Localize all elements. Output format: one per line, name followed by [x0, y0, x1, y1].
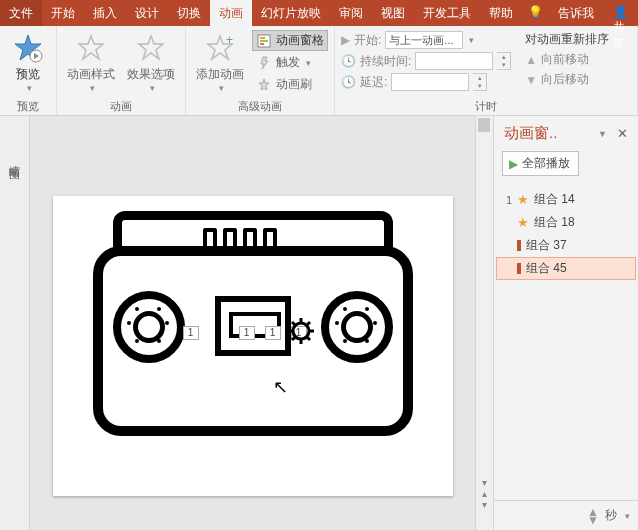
- svg-line-18: [292, 322, 295, 325]
- svg-line-19: [307, 337, 310, 340]
- tab-home[interactable]: 开始: [42, 0, 84, 26]
- group-preview: 预览 ▾ 预览: [0, 26, 57, 115]
- anim-label: 组合 14: [534, 191, 575, 208]
- share-button[interactable]: 👤共享: [603, 0, 638, 26]
- tab-animation[interactable]: 动画: [210, 0, 252, 26]
- svg-point-13: [293, 323, 309, 339]
- anim-tag-1[interactable]: 1: [183, 326, 199, 340]
- anim-list-item[interactable]: 组合 37: [496, 234, 636, 257]
- reorder-arrows[interactable]: ▲▼: [587, 508, 599, 524]
- vertical-scrollbar[interactable]: ▾▴▾: [475, 116, 493, 530]
- pane-icon: [256, 33, 272, 49]
- anim-list-item[interactable]: ★组合 18: [496, 211, 636, 234]
- delay-label: 延迟:: [360, 74, 387, 91]
- effect-icon: [135, 32, 167, 64]
- lightbulb-icon: 💡: [522, 0, 549, 26]
- group-label-preview: 预览: [6, 97, 50, 114]
- trigger-button[interactable]: 触发▾: [252, 52, 328, 73]
- speaker-left-shape: [113, 291, 185, 363]
- star-icon: ★: [517, 215, 529, 230]
- svg-line-21: [292, 337, 295, 340]
- animation-styles-button[interactable]: 动画样式▾: [63, 28, 119, 93]
- group-timing: ▶开始:与上一动画...▾ 🕓持续时间:▴▾ 🕓延迟:▴▾ 对动画重新排序 ▲向…: [335, 26, 638, 115]
- slide: 1 1 1 1 ↖: [53, 196, 453, 496]
- reorder-label: 对动画重新排序: [525, 30, 609, 49]
- svg-rect-9: [260, 40, 268, 42]
- motion-path-icon: [517, 240, 521, 251]
- speaker-right-shape: [321, 291, 393, 363]
- play-icon: ▶: [509, 157, 518, 171]
- clock-icon: 🕓: [341, 54, 356, 68]
- animation-list: 1★组合 14★组合 18组合 37组合 45: [494, 184, 638, 346]
- gear-shape: [288, 318, 314, 344]
- svg-marker-11: [261, 57, 268, 69]
- start-select[interactable]: 与上一动画...: [385, 31, 463, 49]
- star-icon: [75, 32, 107, 64]
- anim-list-item[interactable]: 组合 45: [496, 257, 636, 280]
- pane-close-button[interactable]: ✕: [613, 126, 632, 141]
- duration-spinner[interactable]: ▴▾: [497, 52, 511, 70]
- play-icon: ▶: [341, 33, 350, 47]
- anim-tag-3[interactable]: 1: [265, 326, 281, 340]
- svg-marker-12: [259, 79, 269, 90]
- tab-file[interactable]: 文件: [0, 0, 42, 26]
- anim-label: 组合 18: [534, 214, 575, 231]
- star-icon: ★: [517, 192, 529, 207]
- cursor-icon: ↖: [273, 376, 288, 398]
- group-label-anim: 动画: [63, 97, 179, 114]
- pane-title: 动画窗..: [504, 124, 557, 143]
- svg-rect-10: [260, 43, 264, 45]
- duration-label: 持续时间:: [360, 53, 411, 70]
- tab-insert[interactable]: 插入: [84, 0, 126, 26]
- anim-list-item[interactable]: 1★组合 14: [496, 188, 636, 211]
- svg-rect-8: [260, 37, 265, 39]
- ribbon: 预览 ▾ 预览 动画样式▾ 效果选项▾ 动画 + 添加动画▾: [0, 26, 638, 116]
- delay-input[interactable]: [391, 73, 469, 91]
- pane-menu-icon[interactable]: ▼: [598, 129, 607, 139]
- effect-options-button[interactable]: 效果选项▾: [123, 28, 179, 93]
- start-label: 开始:: [354, 32, 381, 49]
- tab-review[interactable]: 审阅: [330, 0, 372, 26]
- play-all-button[interactable]: ▶ 全部播放: [502, 151, 579, 176]
- pane-footer: ▲▼ 秒 ▾: [494, 500, 638, 530]
- animation-painter-button[interactable]: 动画刷: [252, 74, 328, 95]
- svg-marker-4: [139, 36, 163, 59]
- group-label-advanced: 高级动画: [192, 97, 328, 114]
- anim-tag-2[interactable]: 1: [239, 326, 255, 340]
- move-later-button[interactable]: ▼向后移动: [525, 70, 609, 89]
- duration-input[interactable]: [415, 52, 493, 70]
- anim-index: 1: [502, 194, 512, 206]
- scrollbar-down-icon[interactable]: ▾▴▾: [476, 477, 493, 510]
- add-star-icon: +: [204, 32, 236, 64]
- anim-label: 组合 37: [526, 237, 567, 254]
- group-advanced: + 添加动画▾ 动画窗格 触发▾ 动画刷 高级动画: [186, 26, 335, 115]
- preview-button[interactable]: 预览 ▾: [6, 28, 50, 93]
- painter-icon: [256, 77, 272, 93]
- delay-spinner[interactable]: ▴▾: [473, 73, 487, 91]
- move-earlier-button[interactable]: ▲向前移动: [525, 50, 609, 69]
- workspace: 缩略图 1 1 1 1 ↖ ▾▴▾ 动画窗.. ▼: [0, 116, 638, 530]
- slide-canvas[interactable]: 1 1 1 1 ↖: [30, 116, 475, 530]
- scrollbar-thumb[interactable]: [478, 118, 490, 132]
- tab-slideshow[interactable]: 幻灯片放映: [252, 0, 330, 26]
- thumbnail-strip[interactable]: 缩略图: [0, 116, 30, 530]
- motion-path-icon: [517, 263, 521, 274]
- tab-dev[interactable]: 开发工具: [414, 0, 480, 26]
- group-animation: 动画样式▾ 效果选项▾ 动画: [57, 26, 186, 115]
- add-animation-button[interactable]: + 添加动画▾: [192, 28, 248, 93]
- tell-me[interactable]: 告诉我: [549, 0, 603, 26]
- ribbon-tab-bar: 文件 开始 插入 设计 切换 动画 幻灯片放映 审阅 视图 开发工具 帮助 💡 …: [0, 0, 638, 26]
- svg-marker-3: [79, 36, 103, 59]
- tab-help[interactable]: 帮助: [480, 0, 522, 26]
- anim-label: 组合 45: [526, 260, 567, 277]
- tab-design[interactable]: 设计: [126, 0, 168, 26]
- tab-transition[interactable]: 切换: [168, 0, 210, 26]
- seconds-label: 秒: [605, 507, 617, 524]
- animation-pane-button[interactable]: 动画窗格: [252, 30, 328, 51]
- tab-view[interactable]: 视图: [372, 0, 414, 26]
- preview-star-icon: [12, 32, 44, 64]
- chevron-down-icon: ▾: [27, 83, 32, 93]
- delay-icon: 🕓: [341, 75, 356, 89]
- seconds-menu-icon[interactable]: ▾: [625, 511, 630, 521]
- group-label-timing: 计时: [341, 97, 631, 114]
